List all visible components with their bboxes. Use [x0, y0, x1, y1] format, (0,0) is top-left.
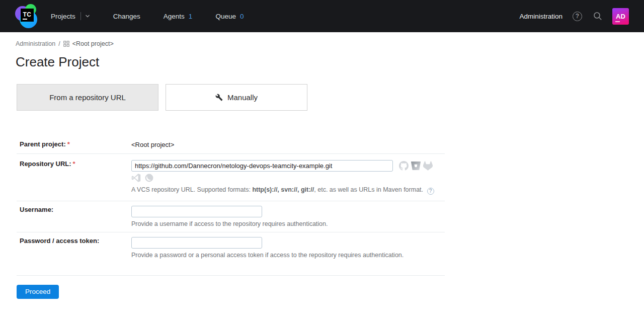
- header-right-section: Administration ? AD: [519, 8, 629, 25]
- breadcrumb-root-project[interactable]: <Root project>: [72, 40, 114, 47]
- breadcrumb: Administration / <Root project>: [16, 40, 644, 47]
- nav-changes[interactable]: Changes: [113, 13, 140, 20]
- space-icon: [144, 173, 154, 183]
- password-label: Password / access token:: [20, 237, 99, 245]
- project-grid-icon: [63, 41, 69, 47]
- agents-count-badge: 1: [189, 13, 193, 20]
- create-mode-tabs: From a repository URL Manually: [17, 84, 644, 111]
- gitlab-icon: [423, 161, 433, 171]
- note-prefix: A VCS repository URL. Supported formats:: [131, 186, 252, 193]
- tab-from-url-label: From a repository URL: [49, 93, 126, 102]
- vcs-provider-icons-secondary: [131, 173, 445, 183]
- user-avatar[interactable]: AD: [612, 8, 629, 25]
- page-title: Create Project: [16, 54, 644, 70]
- search-icon: [593, 11, 603, 21]
- password-input[interactable]: [131, 237, 262, 249]
- parent-project-label-cell: Parent project:*: [17, 140, 131, 148]
- top-header: TC Projects Changes Agents 1 Queue 0 Adm…: [0, 0, 644, 32]
- password-row: Password / access token: Provide a passw…: [17, 232, 445, 276]
- nav-changes-label: Changes: [113, 13, 140, 20]
- proceed-button[interactable]: Proceed: [17, 285, 59, 299]
- tab-manually[interactable]: Manually: [166, 84, 307, 111]
- password-label-cell: Password / access token:: [17, 237, 131, 259]
- required-asterisk: *: [73, 160, 75, 168]
- breadcrumb-administration[interactable]: Administration: [16, 40, 55, 47]
- vcs-provider-icons: [399, 161, 433, 171]
- nav-agents[interactable]: Agents 1: [164, 13, 193, 20]
- chevron-down-icon[interactable]: [85, 14, 90, 19]
- help-icon: ?: [573, 12, 582, 21]
- username-input[interactable]: [131, 206, 262, 217]
- password-note: Provide a password or a personal access …: [131, 252, 445, 259]
- username-row: Username: Provide a username if access t…: [17, 201, 445, 232]
- logo-underscore: [23, 19, 27, 20]
- repository-url-note: A VCS repository URL. Supported formats:…: [131, 186, 445, 195]
- nav-queue[interactable]: Queue 0: [215, 13, 244, 20]
- logo-tc-mark: TC: [21, 9, 34, 22]
- username-note: Provide a username if access to the repo…: [131, 220, 445, 227]
- administration-link[interactable]: Administration: [519, 13, 562, 20]
- tab-manually-label: Manually: [227, 93, 258, 102]
- main-nav: Projects Changes Agents 1 Queue 0: [51, 12, 244, 20]
- nav-projects[interactable]: Projects: [51, 12, 90, 20]
- nav-queue-label: Queue: [215, 13, 236, 20]
- help-button[interactable]: ?: [572, 11, 583, 22]
- create-project-form: Parent project:* <Root project> Reposito…: [17, 135, 445, 276]
- repository-url-row: Repository URL:*: [17, 154, 445, 201]
- search-button[interactable]: [592, 11, 603, 22]
- bitbucket-icon: [411, 161, 421, 171]
- queue-count-badge: 0: [240, 13, 244, 20]
- note-suffix: , etc. as well as URLs in Maven format.: [314, 186, 423, 193]
- wrench-icon: [215, 94, 223, 101]
- repository-url-input[interactable]: [131, 160, 393, 172]
- github-icon: [399, 161, 409, 171]
- parent-project-row: Parent project:* <Root project>: [17, 135, 445, 154]
- nav-agents-label: Agents: [164, 13, 185, 20]
- repository-url-label: Repository URL:: [20, 160, 71, 168]
- repository-url-label-cell: Repository URL:*: [17, 160, 131, 195]
- tab-from-repository-url[interactable]: From a repository URL: [17, 84, 158, 111]
- nav-projects-label: Projects: [51, 13, 75, 20]
- required-asterisk: *: [67, 140, 70, 148]
- nav-separator: [80, 12, 81, 20]
- azure-devops-icon: [131, 173, 141, 183]
- username-label-cell: Username:: [17, 206, 131, 227]
- avatar-underscore: [615, 21, 620, 22]
- parent-project-label: Parent project:: [20, 140, 66, 148]
- breadcrumb-separator: /: [58, 40, 60, 47]
- url-help-icon[interactable]: ?: [427, 188, 434, 195]
- note-formats: http(s)://, svn://, git://: [252, 186, 314, 193]
- username-label: Username:: [20, 206, 53, 213]
- teamcity-logo[interactable]: TC: [15, 4, 39, 28]
- avatar-initials: AD: [616, 13, 625, 20]
- parent-project-value: <Root project>: [131, 140, 445, 148]
